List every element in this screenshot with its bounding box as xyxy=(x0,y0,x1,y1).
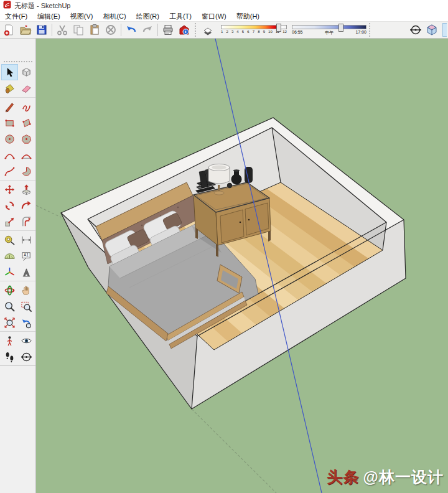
pie-icon xyxy=(21,166,32,177)
shadow-toggle-button[interactable] xyxy=(200,25,216,37)
menu-h[interactable]: 帮助(H) xyxy=(231,12,264,21)
tool-move[interactable] xyxy=(1,181,18,197)
shadow-time-track[interactable] xyxy=(292,25,366,29)
shadow-toolbar: 123456789101112 06:55 中午 17:00 xyxy=(200,23,366,37)
copy-icon xyxy=(72,24,85,36)
date-tick-label: 10 xyxy=(268,30,273,34)
date-tick-label: 1 xyxy=(221,30,223,34)
palette-drag-handle[interactable] xyxy=(4,61,32,62)
tool-freehand[interactable] xyxy=(18,98,35,115)
tool-offset[interactable] xyxy=(18,214,35,230)
tool-paint-bucket[interactable] xyxy=(1,80,18,96)
tool-follow-me[interactable] xyxy=(18,197,35,214)
menu-v[interactable]: 视图(V) xyxy=(65,12,98,21)
toolbar-erase-button[interactable] xyxy=(103,22,119,37)
menu-f[interactable]: 文件(F) xyxy=(0,12,32,21)
toolbar-paste-button[interactable] xyxy=(86,22,103,37)
tool-pie[interactable] xyxy=(18,163,35,179)
shadow-date-track[interactable] xyxy=(221,25,287,29)
toolbar-new-button[interactable] xyxy=(1,22,17,37)
tool-axes[interactable] xyxy=(1,264,18,280)
line-icon xyxy=(4,101,16,113)
pan-icon xyxy=(21,284,32,296)
push-pull-icon xyxy=(21,184,32,195)
tool-arc[interactable] xyxy=(1,147,18,163)
arc-icon xyxy=(4,149,16,161)
tool-circle[interactable] xyxy=(1,131,18,147)
menu-r[interactable]: 绘图(R) xyxy=(131,12,164,21)
toolbar-copy-button[interactable] xyxy=(70,22,86,37)
palette-groups: A1 xyxy=(0,63,35,366)
tool-zoom-extents[interactable] xyxy=(1,314,18,331)
toolbar-undo-button[interactable] xyxy=(123,22,139,37)
move-icon xyxy=(4,184,16,195)
tool-zoom-window[interactable] xyxy=(18,298,35,314)
tool-section-plane[interactable] xyxy=(18,349,35,365)
three-point-arc-icon xyxy=(4,166,16,177)
tool-rotate[interactable] xyxy=(1,197,18,214)
dimension-icon xyxy=(21,234,32,246)
viewport-3d[interactable]: 头条@林一设计 xyxy=(36,39,448,493)
toolbar-model-info-button[interactable] xyxy=(176,22,192,37)
tool-position-camera[interactable] xyxy=(1,332,18,349)
tool-protractor[interactable] xyxy=(1,248,18,264)
tool-rotated-rectangle[interactable] xyxy=(18,115,35,131)
tool-scale[interactable] xyxy=(1,214,18,230)
shadow-toggle-icon xyxy=(202,25,214,37)
new-icon xyxy=(3,24,16,36)
menu-e[interactable]: 编辑(E) xyxy=(32,12,65,21)
date-tick-label: 12 xyxy=(282,30,287,34)
toolbar-separator xyxy=(121,24,121,36)
toolbar-xray-mode-button[interactable] xyxy=(424,22,440,37)
zoom-icon xyxy=(4,301,16,312)
shadow-date-slider-handle[interactable] xyxy=(276,24,281,32)
shadow-time-slider[interactable]: 06:55 中午 17:00 xyxy=(292,25,366,36)
tool-zoom-previous[interactable] xyxy=(18,314,35,331)
toolbar-open-button[interactable] xyxy=(17,22,34,37)
window-title: 无标题 - SketchUp xyxy=(14,1,70,11)
tool-dimension[interactable] xyxy=(18,232,35,248)
tool-walk[interactable] xyxy=(1,349,18,365)
menu-c[interactable]: 相机(C) xyxy=(98,12,131,21)
tool-3d-text[interactable] xyxy=(18,264,35,280)
erase-icon xyxy=(105,24,117,36)
toolbar-section-display-button[interactable] xyxy=(408,22,424,37)
model-scene xyxy=(36,39,447,493)
tool-look-around[interactable] xyxy=(18,332,35,349)
tool-tape-measure[interactable] xyxy=(1,232,18,248)
toolbar-print-button[interactable] xyxy=(160,22,176,37)
tool-rectangle[interactable] xyxy=(1,115,18,131)
rotated-rectangle-icon xyxy=(21,117,32,129)
shadow-time-slider-handle[interactable] xyxy=(338,24,343,32)
tool-zoom[interactable] xyxy=(1,298,18,314)
toolbar-cut-button[interactable] xyxy=(54,22,70,37)
zoom-previous-icon xyxy=(21,317,32,329)
tool-push-pull[interactable] xyxy=(18,181,35,197)
orbit-icon xyxy=(4,284,16,296)
tool-three-point-arc[interactable] xyxy=(1,163,18,179)
tool-eraser[interactable] xyxy=(18,80,35,96)
open-icon xyxy=(19,24,32,36)
tool-polygon[interactable] xyxy=(18,131,35,147)
partial-cropped-button[interactable] xyxy=(442,23,447,37)
tool-pan[interactable] xyxy=(18,282,35,298)
watermark-brand: 头条 xyxy=(327,468,360,486)
shadow-time-labels: 06:55 中午 17:00 xyxy=(292,30,366,36)
rectangle-icon xyxy=(4,117,16,129)
tool-make-component[interactable] xyxy=(18,64,35,80)
menu-w[interactable]: 窗口(W) xyxy=(197,12,231,21)
nightstand-leg xyxy=(216,244,218,257)
tool-text[interactable]: A1 xyxy=(18,248,35,264)
tool-select[interactable] xyxy=(1,64,18,80)
toolbar-save-button[interactable] xyxy=(34,22,50,37)
palette-group xyxy=(0,281,35,332)
section-display-icon xyxy=(409,24,422,36)
tool-orbit[interactable] xyxy=(1,282,18,298)
toolbar-redo-button[interactable] xyxy=(139,22,156,37)
title-bar: 无标题 - SketchUp xyxy=(0,0,448,11)
tool-line[interactable] xyxy=(1,98,18,115)
menu-t[interactable]: 工具(T) xyxy=(164,12,197,21)
palette-group xyxy=(0,181,35,231)
shadow-date-slider[interactable]: 123456789101112 xyxy=(221,25,287,34)
tool-two-point-arc[interactable] xyxy=(18,147,35,163)
